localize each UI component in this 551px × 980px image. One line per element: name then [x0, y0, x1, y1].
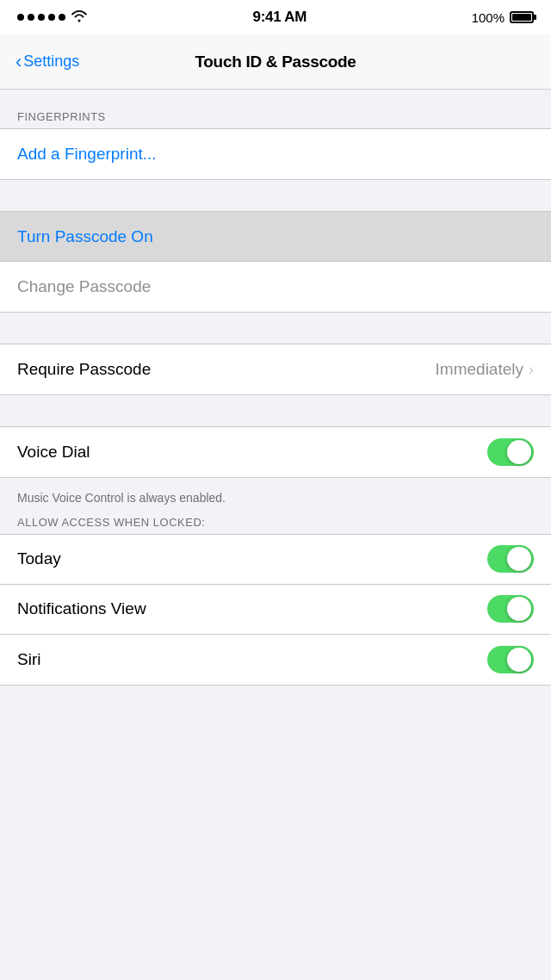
- chevron-right-icon: ›: [529, 361, 534, 379]
- today-toggle[interactable]: [487, 545, 534, 573]
- turn-passcode-on-item[interactable]: Turn Passcode On: [0, 212, 551, 262]
- change-passcode-label: Change Passcode: [17, 277, 151, 296]
- back-button[interactable]: ‹ Settings: [7, 46, 88, 78]
- status-time: 9:41 AM: [253, 9, 306, 26]
- notifications-view-item[interactable]: Notifications View: [0, 585, 551, 635]
- today-label: Today: [17, 549, 61, 568]
- fingerprints-section-header: FINGERPRINTS: [0, 96, 551, 128]
- siri-toggle[interactable]: [487, 646, 534, 673]
- settings-content: FINGERPRINTS Add a Fingerprint... Turn P…: [0, 90, 551, 685]
- spacer-1: [0, 180, 551, 211]
- notifications-view-toggle[interactable]: [487, 595, 534, 623]
- page-title: Touch ID & Passcode: [195, 53, 356, 71]
- fingerprints-section: Add a Fingerprint...: [0, 128, 551, 180]
- voice-dial-label: Voice Dial: [17, 443, 90, 462]
- allow-access-header: ALLOW ACCESS WHEN LOCKED:: [0, 512, 551, 534]
- require-passcode-label: Require Passcode: [17, 360, 151, 379]
- wifi-icon: [71, 9, 88, 26]
- today-toggle-thumb: [507, 547, 531, 571]
- status-bar: 9:41 AM 100%: [0, 0, 551, 34]
- battery-percentage: 100%: [472, 10, 505, 25]
- voice-dial-toggle[interactable]: [487, 438, 534, 466]
- music-voice-control-info: Music Voice Control is always enabled.: [0, 478, 551, 512]
- siri-item[interactable]: Siri: [0, 635, 551, 685]
- locked-access-section: Today Notifications View Siri: [0, 534, 551, 685]
- passcode-section: Turn Passcode On Change Passcode: [0, 211, 551, 313]
- siri-toggle-thumb: [507, 648, 531, 672]
- voice-dial-section: Voice Dial: [0, 426, 551, 478]
- status-left: [17, 9, 88, 26]
- change-passcode-item[interactable]: Change Passcode: [0, 262, 551, 312]
- today-item[interactable]: Today: [0, 535, 551, 585]
- add-fingerprint-label: Add a Fingerprint...: [17, 145, 157, 164]
- require-passcode-right: Immediately ›: [436, 360, 534, 379]
- back-label: Settings: [23, 53, 79, 71]
- require-passcode-item[interactable]: Require Passcode Immediately ›: [0, 344, 551, 394]
- battery-icon: [510, 11, 534, 23]
- siri-label: Siri: [17, 650, 40, 669]
- voice-dial-item[interactable]: Voice Dial: [0, 427, 551, 477]
- status-right: 100%: [472, 10, 534, 25]
- voice-dial-toggle-thumb: [507, 440, 531, 464]
- back-chevron-icon: ‹: [15, 53, 22, 71]
- nav-bar: ‹ Settings Touch ID & Passcode: [0, 34, 551, 90]
- require-passcode-value: Immediately: [436, 360, 523, 379]
- notifications-view-label: Notifications View: [17, 599, 146, 618]
- require-passcode-section: Require Passcode Immediately ›: [0, 344, 551, 395]
- turn-passcode-on-label: Turn Passcode On: [17, 227, 153, 246]
- notifications-view-toggle-thumb: [507, 597, 531, 621]
- spacer-3: [0, 395, 551, 426]
- signal-dots: [17, 14, 65, 21]
- spacer-2: [0, 313, 551, 344]
- add-fingerprint-item[interactable]: Add a Fingerprint...: [0, 129, 551, 179]
